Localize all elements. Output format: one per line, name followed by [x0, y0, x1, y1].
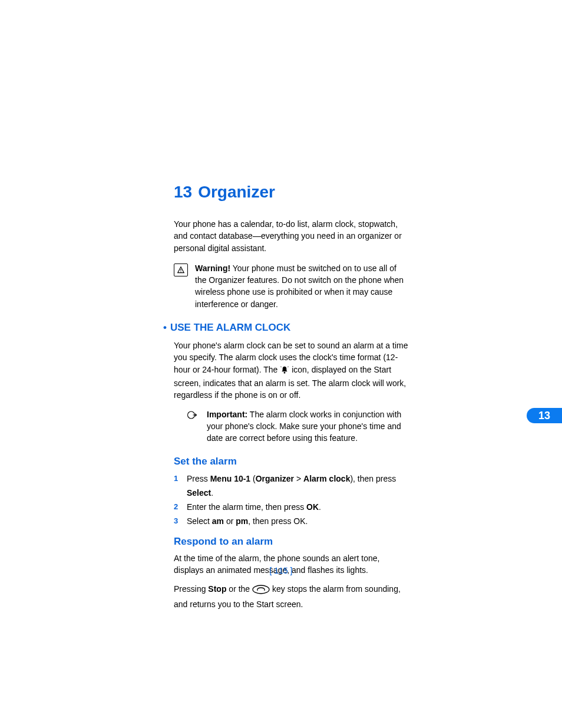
warning-callout: Warning! Your phone must be switched on …: [174, 262, 409, 310]
svg-point-2: [284, 372, 286, 374]
svg-point-1: [180, 271, 181, 272]
chapter-name: Organizer: [198, 183, 275, 201]
section-heading-alarm: •USE THE ALARM CLOCK: [163, 322, 409, 334]
warning-icon: [174, 263, 188, 276]
alarm-intro-paragraph: Your phone's alarm clock can be set to s…: [174, 340, 409, 401]
warning-label: Warning!: [195, 263, 230, 273]
subheading-set-alarm: Set the alarm: [174, 456, 409, 467]
svg-point-4: [253, 585, 269, 594]
important-label: Important:: [207, 410, 247, 419]
set-alarm-steps: 1 Press Menu 10-1 (Organizer > Alarm clo…: [174, 472, 409, 528]
warning-text: Warning! Your phone must be switched on …: [195, 262, 409, 310]
warning-icon-column: [174, 262, 189, 310]
chapter-title: 13Organizer: [174, 183, 409, 202]
respond-paragraph-2: Pressing Stop or the key stops the alarm…: [174, 583, 409, 610]
step-number: 3: [174, 515, 178, 528]
important-callout: Important: The alarm clock works in conj…: [174, 409, 409, 444]
page-number: [ 115 ]: [0, 566, 562, 575]
page-content: 13Organizer Your phone has a calendar, t…: [174, 183, 409, 617]
step-number: 2: [174, 500, 178, 513]
important-icon-column: [186, 409, 201, 444]
step-1: 1 Press Menu 10-1 (Organizer > Alarm clo…: [174, 472, 409, 500]
section-heading-text: USE THE ALARM CLOCK: [170, 322, 290, 333]
chapter-tab: 13: [527, 408, 562, 423]
subheading-respond: Respond to an alarm: [174, 536, 409, 548]
end-key-icon: [252, 584, 270, 598]
step-number: 1: [174, 472, 178, 485]
step-3: 3 Select am or pm, then press OK.: [174, 515, 409, 529]
intro-paragraph: Your phone has a calendar, to-do list, a…: [174, 218, 409, 254]
chapter-number: 13: [174, 183, 192, 201]
important-icon: [186, 412, 199, 422]
alarm-set-icon: [280, 365, 289, 377]
chapter-tab-number: 13: [538, 410, 550, 422]
step-2: 2 Enter the alarm time, then press OK.: [174, 500, 409, 515]
bullet-icon: •: [163, 322, 167, 333]
important-text: Important: The alarm clock works in conj…: [207, 409, 409, 444]
